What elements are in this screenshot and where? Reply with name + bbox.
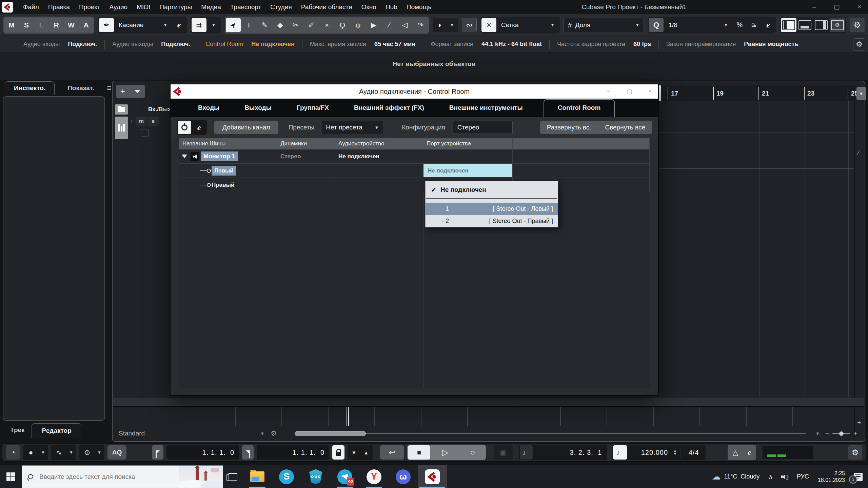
position-display[interactable]: 3. 2. 3. 1 — [533, 445, 607, 460]
tempo-display[interactable]: 120.000 — [628, 445, 673, 460]
menu-transport[interactable]: Транспорт — [230, 3, 261, 11]
transport-modes-clock-icon[interactable]: ◔ — [6, 445, 20, 460]
status-pan-law[interactable]: Закон панорамирования Равная мощность — [666, 41, 798, 48]
dialog-minimize-icon[interactable]: – — [607, 88, 610, 95]
editor-preset-value[interactable]: Standard — [119, 430, 145, 437]
horizontal-scrollbar[interactable] — [295, 433, 806, 434]
split-tool-icon[interactable]: ✂ — [288, 18, 303, 32]
quantize-preset-dropdown[interactable]: 1/8 ▼ — [664, 18, 732, 32]
channel-name[interactable]: Левый — [212, 166, 236, 176]
stop-button[interactable]: ■ — [408, 445, 430, 460]
left-zone-toggle[interactable] — [781, 18, 796, 32]
draw-tool-icon[interactable]: ✎ — [257, 18, 272, 32]
taskbar-cubase[interactable] — [418, 465, 447, 488]
tab-inputs[interactable]: Входы — [185, 104, 232, 117]
write-all-button[interactable]: W — [64, 18, 78, 32]
auto-quantize-button[interactable]: AQ — [107, 445, 126, 460]
task-view-button[interactable] — [223, 465, 243, 488]
status-control-room[interactable]: Control Room Не подключен — [205, 41, 295, 48]
taskbar-skype[interactable]: S — [272, 465, 301, 488]
status-audio-outputs[interactable]: Аудио выходы Подключ. — [112, 41, 190, 48]
menu-window[interactable]: Окно — [361, 3, 376, 11]
control-room-edit-button[interactable]: e — [192, 121, 206, 134]
range-selection-tool-icon[interactable]: I — [241, 18, 256, 32]
read-all-button[interactable]: R — [49, 18, 63, 32]
tab-visibility[interactable]: Показат. — [67, 84, 94, 92]
listen-all-button[interactable]: L — [34, 18, 48, 32]
close-icon[interactable]: × — [857, 3, 861, 11]
chevron-down-icon[interactable]: ▼ — [95, 450, 104, 455]
zoom-tool-icon[interactable]: Ϙ — [335, 18, 350, 32]
automation-mode-dropdown[interactable]: Касание ▼ — [115, 18, 172, 32]
retrospective-record-icon[interactable]: ◉ — [494, 445, 513, 460]
menu-help[interactable]: Помощь — [407, 3, 431, 11]
status-line-gear-icon[interactable]: ⚙ — [853, 38, 865, 50]
restore-icon[interactable]: ▢ — [834, 3, 840, 11]
solo-all-button[interactable]: S — [19, 18, 34, 32]
punch-in-icon[interactable]: ▼ — [348, 445, 360, 460]
mute-tool-icon[interactable]: × — [319, 18, 334, 32]
crossfade-icon[interactable]: ∾ — [462, 18, 477, 32]
search-input[interactable] — [39, 473, 179, 481]
menu-audio[interactable]: Аудио — [110, 3, 128, 11]
chevron-down-icon[interactable]: ▼ — [67, 450, 76, 455]
automation-settings-button[interactable]: e — [172, 18, 186, 32]
bus-row-right[interactable]: Правый — [179, 178, 650, 192]
zoom-slider[interactable] — [832, 433, 850, 434]
metronome-setup-button[interactable]: e — [743, 445, 755, 460]
project-cursor[interactable] — [658, 85, 661, 101]
zoom-in-icon[interactable]: + — [853, 430, 857, 437]
device-value[interactable]: Не подключен — [335, 153, 379, 160]
left-locator-display[interactable]: 1. 1. 1. 0 — [166, 445, 239, 460]
audiowarp-quantize-icon[interactable]: ≋ — [747, 18, 761, 32]
status-audio-inputs[interactable]: Аудио входы Подключ. — [23, 41, 97, 48]
tab-control-room[interactable]: Control Room — [544, 99, 615, 117]
line-tool-icon[interactable]: ∕ — [382, 18, 397, 32]
tab-inspector[interactable]: Инспекто. — [5, 81, 55, 95]
menu-item-not-connected[interactable]: ✔ Не подключен — [426, 181, 558, 198]
status-frame-rate[interactable]: Частота кадров проекта 60 fps — [557, 41, 651, 48]
toolbar-setup-gear-icon[interactable]: ⚙ — [850, 18, 865, 32]
object-selection-tool-icon[interactable]: ➤ — [226, 18, 241, 32]
zoom-out-icon[interactable]: − — [825, 430, 829, 437]
tab-external-instruments[interactable]: Внешние инструменты — [437, 104, 535, 117]
taskbar-telegram[interactable]: 92 — [330, 465, 359, 488]
autoscroll-options-dropdown[interactable]: ▼ — [207, 18, 220, 32]
color-tool-dropdown[interactable]: ◑ ▼ — [433, 18, 458, 32]
menu-studio[interactable]: Студия — [270, 3, 292, 11]
column-bus-name[interactable]: Название Шины — [179, 138, 277, 149]
glue-tool-icon[interactable]: ✐ — [304, 18, 319, 32]
play-button[interactable]: ▷ — [431, 445, 459, 460]
zone-splitter[interactable] — [113, 398, 864, 407]
collapse-all-button[interactable]: Свернуть все — [598, 121, 652, 134]
locator-lock-button[interactable] — [332, 445, 344, 460]
right-zone-toggle[interactable] — [813, 18, 829, 32]
menu-edit[interactable]: Правка — [48, 3, 70, 11]
chevron-down-icon[interactable]: ▼ — [39, 450, 47, 455]
track-row-io[interactable]: Вх./Вых. — [115, 104, 173, 115]
autoscroll-icon[interactable]: ⇉ — [192, 18, 206, 32]
dialog-close-icon[interactable]: × — [648, 88, 652, 95]
menu-midi[interactable]: MIDI — [137, 3, 150, 11]
taskbar-discord[interactable]: ω — [389, 465, 418, 488]
menu-item-port-1[interactable]: - 1 [ Stereo Out - Левый ] — [426, 203, 558, 215]
tab-outputs[interactable]: Выходы — [232, 104, 284, 117]
collapse-triangle-icon[interactable] — [182, 155, 187, 158]
track-solo-button[interactable]: s — [148, 117, 159, 126]
preset-dropdown[interactable]: Нет пресета ▼ — [322, 121, 383, 134]
suspend-automation-button[interactable]: A — [79, 18, 93, 32]
chevron-down-icon[interactable]: ▼ — [260, 431, 264, 436]
zoom-slider-thumb[interactable] — [839, 431, 844, 436]
tab-editor[interactable]: Редактор — [32, 423, 82, 438]
transport-setup-gear-icon[interactable]: ⚙ — [848, 445, 862, 460]
quantize-q-button[interactable]: Q — [649, 18, 664, 32]
start-button[interactable] — [0, 465, 22, 488]
tab-group-fx[interactable]: Группа/FX — [284, 104, 341, 117]
timeline-ruler[interactable]: 17 19 21 23 25 — [658, 85, 854, 101]
taskbar-yandex[interactable]: Y — [359, 465, 389, 488]
tab-external-fx[interactable]: Внешний эффект (FX) — [341, 104, 437, 117]
audition-tool-icon[interactable]: ◁ — [397, 18, 412, 32]
port-value-editing[interactable]: Не подключен — [423, 164, 512, 177]
bus-row-left[interactable]: Левый Не подключен — [179, 164, 650, 178]
ruler-options-dropdown[interactable]: ▼ — [856, 87, 866, 100]
